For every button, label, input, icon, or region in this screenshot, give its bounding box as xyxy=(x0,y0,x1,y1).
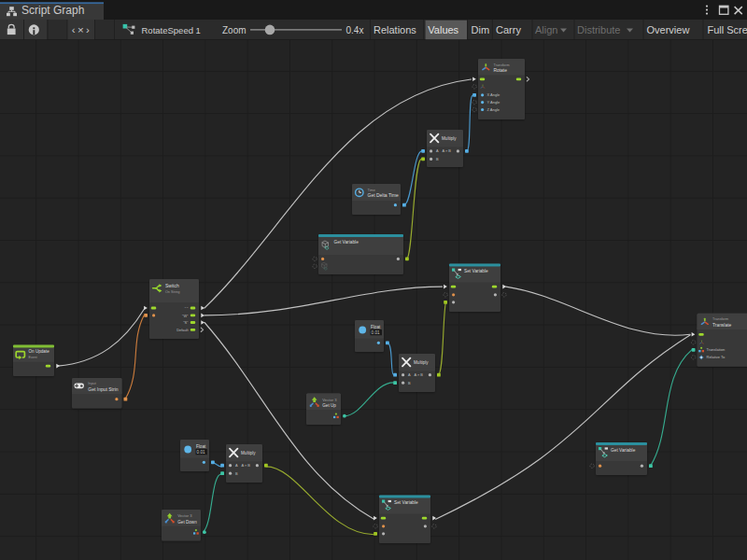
svg-text:Y Angle: Y Angle xyxy=(487,100,500,105)
svg-text:B: B xyxy=(235,471,238,476)
svg-text:Event: Event xyxy=(29,356,37,359)
svg-text:Set Variable: Set Variable xyxy=(464,269,488,273)
svg-text:A × B: A × B xyxy=(415,372,424,377)
svg-text:B: B xyxy=(408,381,411,385)
svg-text:Transform: Transform xyxy=(712,317,728,321)
svg-text:Time: Time xyxy=(368,189,375,192)
svg-text:On String: On String xyxy=(165,290,180,294)
svg-text:Translation: Translation xyxy=(707,347,726,352)
svg-text:Relative To: Relative To xyxy=(707,355,726,359)
svg-text:Input: Input xyxy=(88,382,96,385)
svg-text:A: A xyxy=(235,463,238,468)
svg-text:Switch: Switch xyxy=(165,283,179,288)
svg-text:Get Up: Get Up xyxy=(322,403,336,408)
svg-text:"W": "W" xyxy=(182,314,189,318)
svg-text:A × B: A × B xyxy=(242,463,251,468)
svg-text:‹ × ›: ‹ × › xyxy=(72,24,90,35)
svg-text:Get Delta Time: Get Delta Time xyxy=(368,192,400,198)
svg-text:Carry: Carry xyxy=(496,24,521,35)
svg-text:"S": "S" xyxy=(183,320,189,325)
svg-text:Dim: Dim xyxy=(472,24,490,35)
svg-text:Multiply: Multiply xyxy=(414,360,429,365)
svg-text:X Angle: X Angle xyxy=(487,92,501,97)
svg-text:Multiply: Multiply xyxy=(442,136,457,141)
svg-text:Relations: Relations xyxy=(374,24,416,35)
svg-text:" ": " " xyxy=(185,306,189,311)
svg-text:Get Variable: Get Variable xyxy=(334,240,359,245)
svg-text:Float: Float xyxy=(371,325,381,329)
svg-text:0.01: 0.01 xyxy=(372,330,380,335)
svg-text:Zoom: Zoom xyxy=(222,25,247,35)
svg-text:Default: Default xyxy=(176,328,189,332)
svg-text:A × B: A × B xyxy=(443,148,452,153)
svg-text:Z Angle: Z Angle xyxy=(487,107,500,112)
svg-text:Overview: Overview xyxy=(647,24,690,35)
svg-text:Get Input Strin: Get Input Strin xyxy=(88,386,118,392)
svg-text:On Update: On Update xyxy=(29,349,50,354)
svg-text:Get Variable: Get Variable xyxy=(611,448,636,453)
svg-text:Translate: Translate xyxy=(712,323,731,328)
svg-text:Align: Align xyxy=(535,24,557,35)
svg-text:Get Down: Get Down xyxy=(177,520,197,525)
svg-text:Values: Values xyxy=(428,24,458,35)
svg-text:Vector 3: Vector 3 xyxy=(177,513,192,518)
svg-text:Distribute: Distribute xyxy=(577,24,620,35)
svg-text:Float: Float xyxy=(196,444,206,449)
svg-text:Full Scre: Full Scre xyxy=(708,24,747,35)
svg-text:RotateSpeed 1: RotateSpeed 1 xyxy=(142,25,201,35)
svg-text:B: B xyxy=(436,157,439,161)
svg-text:Multiply: Multiply xyxy=(241,451,256,455)
svg-text:Vector 3: Vector 3 xyxy=(322,398,337,402)
svg-text:Transform: Transform xyxy=(494,63,510,67)
svg-text:A: A xyxy=(436,148,439,153)
svg-text:0.01: 0.01 xyxy=(197,450,205,455)
svg-text:Set Variable: Set Variable xyxy=(394,500,418,505)
svg-text:Script Graph: Script Graph xyxy=(21,4,84,17)
svg-text:0.4x: 0.4x xyxy=(346,25,364,35)
svg-text:A: A xyxy=(408,372,411,377)
svg-text:Rotate: Rotate xyxy=(494,68,508,73)
